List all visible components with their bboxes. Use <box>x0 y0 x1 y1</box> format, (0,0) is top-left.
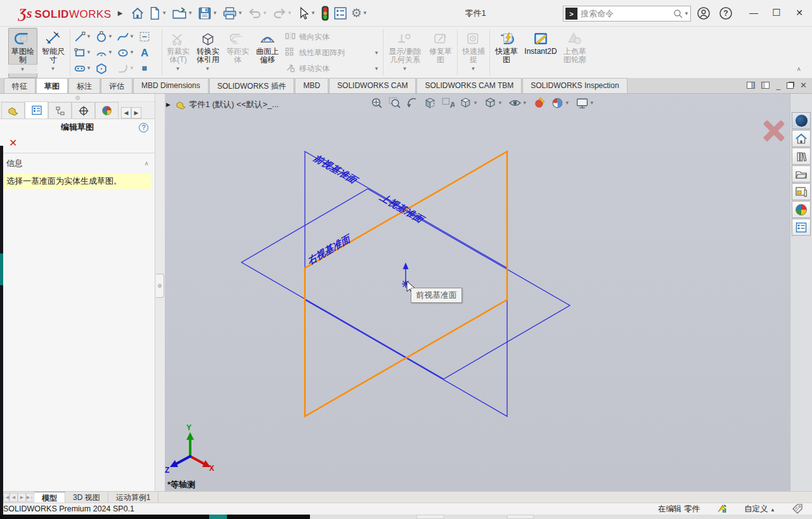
trim-box-tool[interactable] <box>138 31 159 42</box>
panel-help-icon[interactable]: ? <box>139 123 148 132</box>
display-relations-caret[interactable]: ▼ <box>403 66 408 72</box>
tab-dimxpert[interactable] <box>72 102 95 119</box>
ribbon-tab[interactable]: SOLIDWORKS CAM <box>329 78 416 93</box>
slot-caret[interactable]: ▼ <box>86 65 91 71</box>
shaded-contours-button[interactable]: 上色草图轮廓 <box>560 28 590 78</box>
tab-featuremanager[interactable] <box>1 102 25 119</box>
save-dropdown-caret[interactable]: ▼ <box>212 10 217 16</box>
line-tool[interactable]: ▼ <box>73 31 94 42</box>
ribbon-tab[interactable]: 特征 <box>4 78 35 93</box>
doc-restore-icon[interactable] <box>787 82 794 89</box>
ribbon-tab[interactable]: 草图 <box>36 78 68 93</box>
account-button[interactable] <box>695 4 712 23</box>
help-button[interactable]: ? <box>717 4 735 23</box>
rectangle-caret[interactable]: ▼ <box>86 49 91 55</box>
options-dropdown-caret[interactable]: ▼ <box>363 10 368 16</box>
undo-dropdown-caret[interactable]: ▼ <box>262 10 267 16</box>
move-entities-caret[interactable]: ▼ <box>374 66 379 72</box>
pane-left-icon[interactable] <box>747 82 755 89</box>
ribbon-tab[interactable]: 评估 <box>101 78 132 93</box>
info-section-header[interactable]: 信息 ˄ <box>0 153 155 172</box>
annotation-visibility-button[interactable]: A <box>440 95 456 111</box>
hide-show-items-button[interactable]: ▼ <box>507 95 530 111</box>
doc-tab[interactable]: 运动算例1 <box>108 492 159 503</box>
view-orientation-button[interactable]: ▼ <box>458 95 480 111</box>
rebuild-button[interactable] <box>319 4 332 23</box>
redo-dropdown-caret[interactable]: ▼ <box>287 10 292 16</box>
arc-caret[interactable]: ▼ <box>108 49 113 55</box>
edit-appearance-button[interactable] <box>532 95 548 111</box>
minimize-button[interactable]: — <box>743 0 764 25</box>
display-relations-button[interactable]: 显示/删除几何关系 ▼ <box>385 28 425 78</box>
display-style-caret[interactable]: ▼ <box>498 100 503 106</box>
panel-splitter-column[interactable] <box>155 94 165 503</box>
tab-scroll-right[interactable]: ▶ <box>131 107 141 119</box>
home-button[interactable] <box>129 4 146 23</box>
ellipse-caret[interactable]: ▼ <box>129 49 134 55</box>
trim-entities-button[interactable]: 剪裁实体(T) ▼ <box>164 28 192 78</box>
maximize-button[interactable]: ☐ <box>766 0 787 25</box>
save-button[interactable]: ▼ <box>196 4 221 23</box>
hide-show-caret[interactable]: ▼ <box>522 100 527 106</box>
graphics-viewport[interactable]: 前视基准面 上视基准面 右视基准面 <box>165 94 790 503</box>
rectangle-tool[interactable]: ▼ <box>73 47 94 58</box>
point-tool[interactable] <box>138 63 159 74</box>
zoom-area-button[interactable] <box>387 95 403 111</box>
file-explorer-button[interactable] <box>792 165 811 183</box>
tag-icon[interactable] <box>792 504 803 514</box>
linear-pattern-caret[interactable]: ▼ <box>374 50 379 56</box>
solidworks-resources-button[interactable] <box>792 130 811 147</box>
open-button[interactable]: ▼ <box>170 4 196 23</box>
doc-minimize-icon[interactable]: _ <box>776 81 780 90</box>
view-orientation-caret[interactable]: ▼ <box>473 100 478 106</box>
ribbon-tab[interactable]: SOLIDWORKS 插件 <box>209 78 295 93</box>
open-dropdown-caret[interactable]: ▼ <box>188 10 193 16</box>
convert-dropdown-caret[interactable]: ▼ <box>205 66 210 72</box>
cancel-sketch-button[interactable]: ✕ <box>9 137 22 149</box>
view-palette-button[interactable] <box>792 183 811 200</box>
trim-dropdown-caret[interactable]: ▼ <box>176 66 181 72</box>
splitter-handle[interactable] <box>156 274 164 298</box>
3dexperience-button[interactable] <box>792 112 811 129</box>
search-dropdown-caret[interactable]: ▼ <box>684 11 689 16</box>
select-dropdown-caret[interactable]: ▼ <box>311 10 316 16</box>
doc-tab[interactable]: 模型 <box>34 492 65 503</box>
file-properties-button[interactable] <box>332 4 349 23</box>
pane-right-icon[interactable] <box>761 82 770 89</box>
display-style-button[interactable]: ▼ <box>482 95 505 111</box>
close-button[interactable]: ✕ <box>789 0 810 25</box>
last-tab-button[interactable]: ▶❘ <box>26 493 34 502</box>
spline-caret[interactable]: ▼ <box>129 34 134 39</box>
instant2d-button[interactable]: Instant2D <box>522 28 559 78</box>
custom-status-dropdown[interactable]: 自定义 ▲ <box>744 504 775 515</box>
custom-properties-button[interactable] <box>792 219 811 236</box>
prev-tab-button[interactable]: ◀ <box>10 493 18 502</box>
print-dropdown-caret[interactable]: ▼ <box>238 10 243 16</box>
collapse-chevron-icon[interactable]: ˄ <box>145 160 148 167</box>
linear-pattern-button[interactable]: 线性草图阵列 ▼ <box>284 45 380 61</box>
text-tool[interactable]: A <box>138 47 159 58</box>
offset-entities-button[interactable]: 等距实体 <box>224 28 252 78</box>
spline-tool[interactable]: ▼ <box>116 31 138 42</box>
solidworks-logo[interactable]: Ʒs SOLIDWORKS <box>19 5 112 22</box>
fillet-caret[interactable]: ▼ <box>129 65 134 71</box>
convert-entities-button[interactable]: 转换实体引用 ▼ <box>193 28 222 78</box>
circle-caret[interactable]: ▼ <box>108 34 113 39</box>
cancel-sketch-corner-icon[interactable] <box>763 119 785 142</box>
move-entities-button[interactable]: 移动实体 ▼ <box>284 61 380 77</box>
smart-dimension-button[interactable]: 智能尺寸 ▼ <box>39 28 68 78</box>
flyout-arrow-icon[interactable]: ▶ <box>166 101 171 108</box>
tab-configurationmanager[interactable] <box>48 102 72 119</box>
new-dropdown-caret[interactable]: ▼ <box>162 10 167 16</box>
select-button[interactable]: ▼ <box>295 4 319 23</box>
zoom-fit-button[interactable] <box>369 95 385 111</box>
sketch-dropdown-caret[interactable]: ▼ <box>20 67 25 72</box>
new-document-button[interactable]: ▼ <box>146 4 170 23</box>
repair-sketch-button[interactable]: 修复草图 <box>426 28 455 78</box>
next-tab-button[interactable]: ▶ <box>18 493 26 502</box>
view-settings-button[interactable]: ▼ <box>574 95 597 111</box>
circle-tool[interactable]: ▼ <box>94 31 116 42</box>
sketch-button[interactable]: 草图绘制 ▼ <box>8 28 37 78</box>
slot-tool[interactable]: ▼ <box>73 63 94 74</box>
tab-appearances[interactable] <box>95 102 119 119</box>
